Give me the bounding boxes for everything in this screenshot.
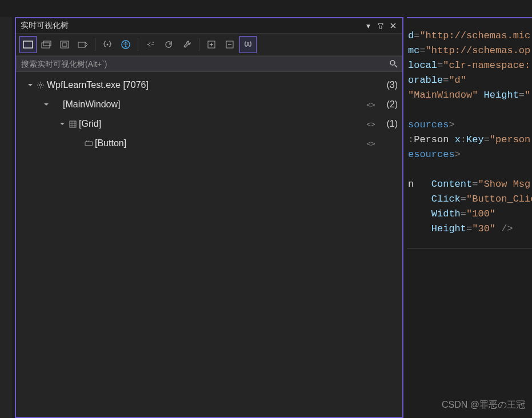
search-input[interactable] xyxy=(17,57,386,71)
tree-label: WpfLearnTest.exe [7076] xyxy=(47,80,377,90)
svg-rect-5 xyxy=(78,42,85,47)
live-visual-tree-panel: 实时可视化树 ▾ xyxy=(15,17,403,418)
search-icon[interactable] xyxy=(386,59,402,69)
tree-row[interactable]: [Button] <> xyxy=(21,134,398,153)
svg-rect-3 xyxy=(61,41,69,48)
toolbar-focus-icon[interactable] xyxy=(142,36,159,53)
toolbar-btn-4[interactable] xyxy=(74,36,91,53)
svg-rect-16 xyxy=(85,142,93,146)
svg-point-14 xyxy=(39,84,42,86)
toolbar-wrench-icon[interactable] xyxy=(178,36,195,53)
tree-label: [Grid] xyxy=(79,119,365,129)
svg-point-13 xyxy=(390,61,395,65)
dropdown-icon[interactable]: ▾ xyxy=(363,21,373,30)
tree-row[interactable]: [MainWindow] <> (2) xyxy=(21,95,398,114)
close-icon[interactable] xyxy=(389,21,398,30)
toolbar xyxy=(16,34,402,56)
tree-row[interactable]: WpfLearnTest.exe [7076] (3) xyxy=(21,75,398,95)
svg-point-6 xyxy=(107,44,109,46)
svg-rect-15 xyxy=(70,121,76,127)
tree-count: (2) xyxy=(377,99,398,110)
tree-count: (1) xyxy=(377,119,398,129)
tree-view[interactable]: WpfLearnTest.exe [7076] (3) [MainWindow]… xyxy=(16,72,402,417)
chevron-down-icon[interactable] xyxy=(42,102,50,107)
tags-icon: <> xyxy=(365,120,377,128)
toolbar-braces-icon[interactable] xyxy=(99,36,116,53)
svg-point-8 xyxy=(125,42,127,43)
code-editor[interactable]: d="http://schemas.mic mc="http://schemas… xyxy=(407,17,532,418)
tree-label: [MainWindow] xyxy=(63,99,365,110)
left-gutter xyxy=(0,17,11,418)
grid-icon xyxy=(66,120,79,128)
svg-rect-4 xyxy=(62,43,67,46)
toolbar-refresh-icon[interactable] xyxy=(160,36,177,53)
svg-rect-0 xyxy=(23,41,33,48)
tree-row[interactable]: [Grid] <> (1) xyxy=(21,114,398,134)
chevron-down-icon[interactable] xyxy=(58,121,66,127)
svg-point-9 xyxy=(153,42,154,43)
panel-titlebar: 实时可视化树 ▾ xyxy=(16,18,402,34)
pin-icon[interactable] xyxy=(376,21,385,30)
panel-title: 实时可视化树 xyxy=(21,21,363,31)
chevron-down-icon[interactable] xyxy=(26,82,34,88)
toolbar-btn-2[interactable] xyxy=(38,36,55,53)
svg-point-12 xyxy=(247,43,249,45)
toolbar-btn-3[interactable] xyxy=(56,36,73,53)
tags-icon: <> xyxy=(365,139,377,148)
tags-icon: <> xyxy=(365,101,377,109)
toolbar-expand-icon[interactable] xyxy=(203,36,220,53)
toolbar-collapse-icon[interactable] xyxy=(221,36,238,53)
tree-count: (3) xyxy=(377,80,398,90)
gear-icon xyxy=(34,81,47,89)
search-box xyxy=(16,56,402,72)
toolbar-btn-1[interactable] xyxy=(19,36,37,53)
button-icon xyxy=(82,140,95,147)
toolbar-accessibility-icon[interactable] xyxy=(117,36,134,53)
watermark: CSDN @罪恶の王冠 xyxy=(442,399,525,411)
toolbar-person-braces-icon[interactable] xyxy=(239,36,257,53)
tree-label: [Button] xyxy=(95,138,365,148)
